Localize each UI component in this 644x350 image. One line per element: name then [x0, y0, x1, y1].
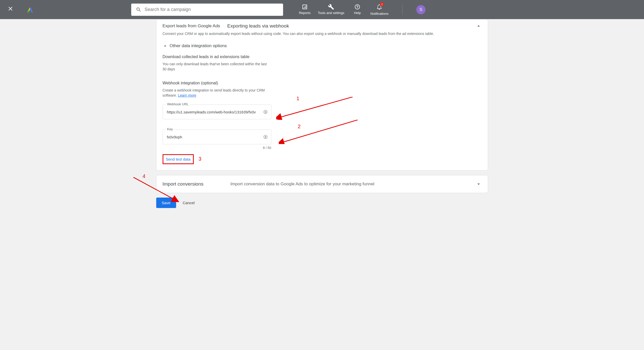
import-conversions-card[interactable]: Import conversions Import conversion dat…	[156, 175, 488, 193]
chevron-up-icon[interactable]	[476, 23, 482, 29]
svg-point-0	[27, 11, 29, 13]
annotation-2: 2	[298, 124, 301, 129]
download-section-title: Download collected leads in ad extension…	[163, 55, 482, 59]
notification-badge: !	[380, 2, 384, 6]
send-test-data-button[interactable]: Send test data	[163, 154, 194, 164]
bell-icon-wrap: !	[376, 4, 382, 11]
svg-text:?: ?	[356, 5, 359, 9]
nav-notifications[interactable]: ! Notifications	[370, 4, 388, 16]
export-leads-card: Export leads from Google Ads Exporting l…	[156, 19, 488, 171]
chevron-up-icon	[163, 43, 168, 48]
chevron-down-icon	[476, 181, 482, 187]
help-icon[interactable]: ?	[263, 110, 268, 114]
avatar-letter: S	[419, 7, 422, 12]
key-label: Key	[166, 127, 174, 131]
card-title: Export leads from Google Ads	[163, 23, 220, 29]
webhook-section-title: Webhook integration (optional)	[163, 81, 482, 85]
avatar[interactable]: S	[416, 5, 426, 14]
nav-tools[interactable]: Tools and settings	[318, 4, 344, 16]
cancel-button[interactable]: Cancel	[183, 201, 195, 205]
annotation-4: 4	[143, 173, 145, 179]
card-description: Connect your CRM or app to automatically…	[163, 32, 482, 36]
nav-notifications-label: Notifications	[370, 12, 388, 16]
import-card-desc: Import conversion data to Google Ads to …	[230, 182, 476, 187]
webhook-url-input[interactable]	[163, 105, 271, 119]
google-ads-logo-icon	[26, 6, 34, 14]
char-count: 8 / 50	[163, 146, 271, 150]
wrench-icon	[328, 4, 334, 10]
nav-help[interactable]: ? Help	[351, 4, 364, 16]
webhook-url-field-wrap: Webhook URL ?	[163, 105, 271, 119]
footer-actions: Save Cancel	[156, 198, 488, 208]
download-section-desc: You can only download leads that've been…	[163, 62, 270, 72]
help-icon[interactable]: ?	[263, 135, 268, 139]
webhook-url-label: Webhook URL	[166, 102, 190, 106]
learn-more-link[interactable]: Learn more	[178, 93, 196, 97]
nav-help-label: Help	[354, 11, 361, 15]
collapse-toggle[interactable]: Other data integration options	[163, 43, 482, 48]
card-body: Connect your CRM or app to automatically…	[156, 32, 488, 170]
nav-reports-label: Reports	[299, 11, 311, 15]
import-card-title: Import conversions	[163, 181, 230, 187]
card-subtitle: Exporting leads via webhook	[227, 23, 289, 29]
search-input[interactable]	[145, 7, 278, 12]
annotation-1: 1	[297, 96, 299, 101]
card-header: Export leads from Google Ads Exporting l…	[156, 19, 488, 32]
nav-tools-label: Tools and settings	[318, 11, 344, 15]
search-container	[131, 4, 283, 16]
top-nav: Reports Tools and settings ? Help ! Noti…	[298, 4, 388, 16]
svg-text:?: ?	[265, 136, 266, 138]
save-button[interactable]: Save	[156, 198, 176, 208]
search-icon	[136, 7, 142, 13]
collapse-title: Other data integration options	[170, 43, 227, 48]
annotation-3: 3	[199, 156, 201, 162]
help-icon: ?	[354, 4, 360, 10]
header-divider	[402, 5, 403, 15]
svg-text:?: ?	[265, 111, 266, 113]
close-icon[interactable]	[5, 3, 16, 16]
key-input[interactable]	[163, 129, 271, 144]
key-field-wrap: Key ?	[163, 129, 271, 144]
content-wrap: Export leads from Google Ads Exporting l…	[156, 19, 488, 213]
nav-reports[interactable]: Reports	[298, 4, 311, 16]
reports-icon	[302, 4, 308, 10]
webhook-section-desc: Create a webhook integration to send lea…	[163, 88, 270, 98]
header-bar: Reports Tools and settings ? Help ! Noti…	[0, 0, 644, 19]
